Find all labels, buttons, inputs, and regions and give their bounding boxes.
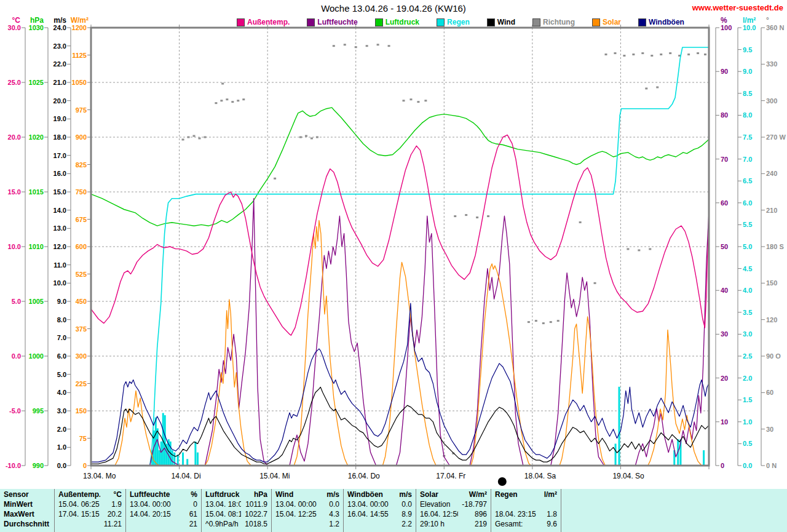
avg-time (347, 520, 395, 530)
series-solar (91, 220, 709, 466)
svg-text:0: 0 (83, 462, 87, 469)
series-windboeen (91, 303, 709, 462)
svg-text:18.04. Sa: 18.04. Sa (524, 472, 556, 480)
svg-text:990: 990 (33, 462, 44, 469)
svg-text:16.0: 16.0 (53, 170, 66, 177)
svg-text:1.0: 1.0 (57, 443, 66, 451)
avg-time (275, 520, 323, 530)
svg-text:10.0: 10.0 (53, 279, 66, 287)
max-time: 18.04. 23:15 (495, 510, 540, 520)
max-time: 14.04. 20:15 (130, 510, 186, 520)
table-row-labels: SensorMinWertMaxWertDurchschnitt (0, 489, 54, 532)
table-group-regen: Regenl/m²18.04. 23:151.8Gesamt:9.6 (491, 489, 561, 532)
row-label: MaxWert (4, 510, 50, 520)
svg-text:675: 675 (76, 216, 87, 223)
min-value: 0 (189, 500, 197, 510)
min-value: 0.0 (399, 500, 412, 510)
svg-text:600: 600 (76, 243, 87, 250)
svg-text:90 O: 90 O (766, 352, 781, 360)
svg-text:17.0: 17.0 (53, 152, 66, 159)
sensor-unit: W/m² (462, 490, 487, 500)
avg-value: 9.6 (544, 520, 557, 530)
sensor-unit: hPa (245, 490, 267, 500)
max-value: 896 (462, 510, 487, 520)
table-empty-area (561, 489, 787, 532)
svg-text:50: 50 (721, 243, 728, 250)
table-group-wind: Windm/s13.04. 00:000.015.04. 12:254.31.2 (271, 489, 343, 532)
max-value: 8.9 (399, 510, 412, 520)
svg-text:10.0: 10.0 (743, 24, 756, 31)
avg-value: 11.21 (104, 520, 122, 530)
axis-right-lm2: 10.09.59.08.58.07.57.06.56.05.55.04.54.0… (738, 24, 756, 469)
svg-text:60: 60 (721, 199, 728, 207)
stats-table: SensorMinWertMaxWertDurchschnittAußentem… (0, 489, 787, 532)
max-time: 16.04. 14:55 (347, 510, 395, 520)
avg-value: 21 (189, 520, 197, 530)
max-time: 15.04. 12:25 (275, 510, 323, 520)
svg-text:19.04. So: 19.04. So (612, 472, 644, 480)
sensor-unit: l/m² (544, 490, 557, 500)
sensor-unit: % (189, 490, 197, 500)
svg-text:16.04. Do: 16.04. Do (348, 472, 380, 480)
svg-text:180 S: 180 S (766, 243, 784, 250)
axis-left-wm2: 1200112510509759008257506756005254503753… (72, 24, 91, 469)
svg-text:18.0: 18.0 (53, 133, 66, 141)
svg-text:270 W: 270 W (766, 133, 786, 141)
sensor-unit: m/s (399, 490, 412, 500)
svg-text:7.0: 7.0 (57, 334, 66, 341)
sensor-unit: °C (104, 490, 122, 500)
svg-text:4.0: 4.0 (743, 287, 752, 294)
axis-left-hpa: 1030102510201015101010051000995990 (29, 24, 48, 469)
svg-text:0.0: 0.0 (12, 352, 21, 360)
sensor-unit: m/s (326, 490, 339, 500)
min-time: 13.04. 18:05 (205, 500, 241, 510)
svg-text:2.0: 2.0 (57, 426, 66, 433)
axis-left-ms: 24.023.022.021.020.019.018.017.016.015.0… (53, 24, 71, 469)
table-group-auentemp: Außentemp.°C15.04. 06:251.917.04. 15:152… (54, 489, 125, 532)
svg-text:5.5: 5.5 (743, 221, 752, 228)
svg-text:3.0: 3.0 (743, 330, 752, 338)
svg-text:1015: 1015 (29, 188, 44, 196)
svg-text:3.5: 3.5 (743, 309, 752, 316)
svg-text:120: 120 (766, 316, 777, 324)
svg-text:17.04. Fr: 17.04. Fr (436, 472, 465, 480)
svg-text:9.0: 9.0 (57, 298, 66, 305)
svg-text:1025: 1025 (29, 79, 44, 86)
svg-text:20.0: 20.0 (53, 97, 66, 105)
svg-text:4.0: 4.0 (57, 389, 66, 396)
avg-time: ^0.9hPa/h (205, 520, 241, 530)
sensor-name: Außentemp. (58, 490, 100, 500)
svg-text:20.0: 20.0 (8, 133, 21, 141)
svg-text:300: 300 (76, 352, 87, 360)
svg-text:900: 900 (76, 133, 87, 141)
avg-value: 219 (462, 520, 487, 530)
svg-text:15.0: 15.0 (53, 188, 66, 196)
svg-text:995: 995 (33, 407, 44, 415)
svg-text:-10.0: -10.0 (6, 462, 21, 469)
svg-text:9.5: 9.5 (743, 46, 752, 54)
svg-text:13.0: 13.0 (53, 224, 66, 232)
min-time: 13.04. 00:00 (130, 500, 186, 510)
svg-text:0.0: 0.0 (743, 462, 752, 469)
svg-text:7.0: 7.0 (743, 156, 752, 163)
table-group-luftfeuchte: Luftfeuchte%13.04. 00:00014.04. 20:15612… (125, 489, 201, 532)
max-value: 4.3 (326, 510, 339, 520)
weather-week-page: Woche 13.04.26 - 19.04.26 (KW16) www.wet… (0, 0, 787, 532)
svg-text:525: 525 (76, 271, 87, 278)
row-label: MinWert (4, 500, 50, 510)
max-time: 17.04. 15:15 (58, 510, 100, 520)
svg-text:975: 975 (76, 106, 87, 114)
max-value: 1022.7 (245, 510, 267, 520)
table-group-windben: Windböenm/s13.04. 00:000.016.04. 14:558.… (343, 489, 416, 532)
svg-text:75: 75 (79, 435, 87, 442)
avg-time: Gesamt: (495, 520, 540, 530)
min-value: 1011.9 (245, 500, 267, 510)
min-time: Elevation (420, 500, 458, 510)
svg-text:7.5: 7.5 (743, 133, 752, 141)
svg-text:30: 30 (721, 330, 728, 338)
svg-text:30.0: 30.0 (8, 24, 21, 31)
row-label: Durchschnitt (4, 520, 50, 530)
table-group-solar: SolarW/m²Elevation-18.79716.04. 12:50896… (416, 489, 491, 532)
svg-text:225: 225 (76, 380, 87, 387)
avg-value: 1018.5 (245, 520, 267, 530)
